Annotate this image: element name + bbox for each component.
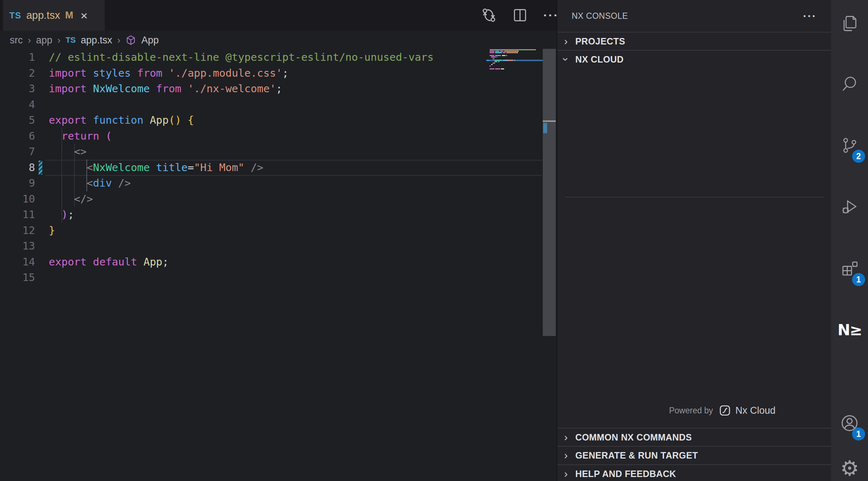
nx-logo: N≥ [838, 321, 861, 339]
account-icon[interactable]: 1 [831, 405, 868, 441]
nx-console-panel: NX CONSOLE ··· › PROJECTS › NX CLOUD REM… [557, 0, 831, 481]
section-label: GENERATE & RUN TARGET [575, 450, 698, 461]
breadcrumb-app[interactable]: app [36, 35, 52, 46]
code-editor[interactable]: 1// eslint-disable-next-line @typescript… [0, 50, 542, 286]
typescript-file-icon: TS [9, 10, 21, 21]
section-label: COMMON NX COMMANDS [575, 432, 692, 443]
line-number: 4 [0, 97, 35, 113]
line-number: 11 [0, 207, 35, 223]
section-label: HELP AND FEEDBACK [575, 469, 676, 479]
section-generate-run-target[interactable]: › GENERATE & RUN TARGET [557, 447, 831, 464]
chevron-right-icon: › [562, 432, 570, 443]
section-nx-cloud[interactable]: › NX CLOUD [557, 51, 831, 68]
code-line-10[interactable]: 10 </> [0, 191, 542, 207]
code-line-6[interactable]: 6 return ( [0, 128, 542, 144]
powered-by-row: Powered by Nx Cloud [669, 404, 775, 417]
tab-close-icon[interactable]: × [81, 9, 88, 22]
chevron-right-icon: › [562, 450, 570, 461]
code-line-9[interactable]: 9 <div /> [0, 175, 542, 191]
line-number: 1 [0, 50, 35, 65]
scrollbar-thumb[interactable] [543, 49, 556, 336]
breadcrumb-separator: › [117, 35, 121, 46]
section-label: NX CLOUD [575, 54, 624, 65]
code-line-2[interactable]: 2import styles from './app.module.css'; [0, 65, 542, 81]
open-changes-icon[interactable] [479, 5, 499, 25]
breadcrumb-separator: › [57, 35, 61, 46]
breadcrumb: src › app › TS app.tsx › App [0, 31, 557, 50]
panel-title: NX CONSOLE [572, 11, 628, 21]
code-line-12[interactable]: 12} [0, 223, 542, 239]
editor-scrollbar[interactable] [543, 32, 556, 481]
line-number: 14 [0, 254, 35, 270]
line-number: 3 [0, 81, 35, 97]
typescript-file-icon: TS [65, 35, 76, 45]
line-number: 7 [0, 144, 35, 160]
divider [565, 197, 824, 197]
code-line-5[interactable]: 5export function App() { [0, 112, 542, 128]
search-icon[interactable] [831, 66, 868, 102]
source-control-badge: 2 [852, 150, 865, 163]
minimap[interactable] [489, 49, 543, 71]
line-number: 6 [0, 128, 35, 144]
settings-gear-icon[interactable]: ⚙ [831, 450, 868, 481]
line-number: 2 [0, 65, 35, 81]
symbol-cube-icon [125, 35, 136, 46]
code-line-13[interactable]: 13 [0, 238, 542, 254]
extensions-icon[interactable]: 1 [831, 251, 868, 287]
line-number: 10 [0, 191, 35, 207]
tab-app-tsx[interactable]: TS app.tsx M × [3, 0, 105, 31]
panel-title-row: NX CONSOLE ··· [557, 0, 831, 32]
run-debug-icon[interactable] [831, 189, 868, 225]
code-line-4[interactable]: 4 [0, 97, 542, 113]
panel-more-actions-icon[interactable]: ··· [803, 9, 817, 23]
section-help-and-feedback[interactable]: › HELP AND FEEDBACK [557, 465, 831, 481]
nx-cloud-logo-icon [719, 404, 731, 417]
section-projects[interactable]: › PROJECTS [557, 33, 831, 50]
line-number: 15 [0, 270, 35, 286]
section-label: PROJECTS [575, 36, 625, 47]
powered-by-label: Powered by [669, 406, 713, 416]
explorer-files-icon[interactable] [831, 5, 868, 42]
line-number: 13 [0, 238, 35, 254]
chevron-down-icon: › [560, 55, 571, 64]
activity-bar: 2 1 N≥ 1 ⚙ [831, 0, 868, 481]
breadcrumb-symbol[interactable]: App [141, 35, 159, 46]
gear-glyph: ⚙ [840, 458, 859, 479]
nx-console-activity-icon[interactable]: N≥ [831, 312, 868, 348]
split-editor-icon[interactable] [510, 5, 530, 25]
tab-bar: TS app.tsx M × ··· [0, 0, 557, 31]
line-number: 8 [0, 160, 35, 176]
nx-cloud-brand-label: Nx Cloud [735, 405, 775, 416]
line-number: 12 [0, 223, 35, 239]
section-common-nx-commands[interactable]: › COMMON NX COMMANDS [557, 429, 831, 446]
code-line-8[interactable]: 8 <NxWelcome title="Hi Mom" /> [0, 160, 542, 176]
editor-actions: ··· [479, 5, 561, 25]
line-number: 9 [0, 175, 35, 191]
chevron-right-icon: › [562, 468, 570, 479]
account-badge: 1 [852, 427, 865, 440]
code-line-7[interactable]: 7 <> [0, 144, 542, 160]
code-line-3[interactable]: 3import NxWelcome from './nx-welcome'; [0, 81, 542, 97]
chevron-right-icon: › [562, 36, 570, 47]
tab-filename: app.tsx [26, 9, 60, 21]
breadcrumb-file[interactable]: app.tsx [81, 35, 112, 46]
code-line-1[interactable]: 1// eslint-disable-next-line @typescript… [0, 50, 542, 65]
code-line-11[interactable]: 11 ); [0, 207, 542, 223]
line-number: 5 [0, 112, 35, 128]
extensions-badge: 1 [852, 273, 865, 286]
source-control-icon[interactable]: 2 [831, 127, 868, 163]
git-modified-badge: M [65, 10, 73, 21]
code-line-15[interactable]: 15 [0, 270, 542, 286]
editor-region: TS app.tsx M × ··· src › app › [0, 0, 557, 481]
minimap-line [489, 70, 543, 71]
breadcrumb-src[interactable]: src [10, 35, 23, 46]
code-line-14[interactable]: 14export default App; [0, 254, 542, 270]
breadcrumb-separator: › [28, 35, 31, 46]
overview-ruler-modified-marker [543, 123, 547, 133]
overview-ruler-cursor-marker [543, 120, 556, 122]
nx-cloud-brand[interactable]: Nx Cloud [719, 404, 775, 417]
